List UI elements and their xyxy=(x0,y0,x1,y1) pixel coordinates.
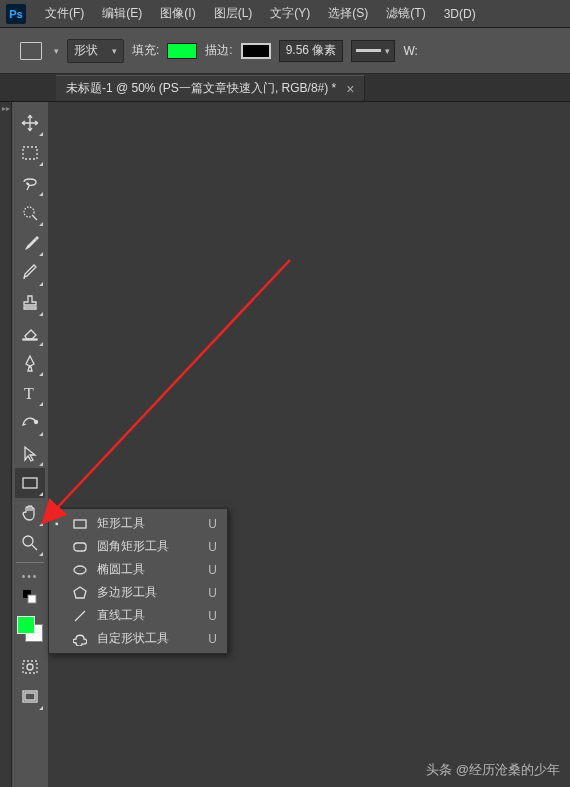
watermark-text: 头条 @经历沧桑的少年 xyxy=(426,761,560,779)
direct-select-tool[interactable] xyxy=(15,438,45,468)
shape-tool[interactable] xyxy=(15,468,45,498)
flyout-label: 多边形工具 xyxy=(97,584,200,601)
flyout-shortcut: U xyxy=(208,517,217,531)
screenmode-tool[interactable] xyxy=(15,682,45,712)
document-tab-bar: 未标题-1 @ 50% (PS一篇文章快速入门, RGB/8#) * × xyxy=(0,74,570,102)
collapse-icon: ▸▸ xyxy=(0,102,11,115)
close-icon[interactable]: × xyxy=(346,81,354,97)
dock-collapse-strip[interactable]: ▸▸ xyxy=(0,102,12,787)
width-label: W: xyxy=(403,44,417,58)
flyout-label: 椭圆工具 xyxy=(97,561,200,578)
flyout-polygon[interactable]: 多边形工具 U xyxy=(49,581,227,604)
more-tools-icon[interactable]: ••• xyxy=(22,571,39,582)
flyout-shortcut: U xyxy=(208,563,217,577)
stroke-swatch[interactable] xyxy=(241,43,271,59)
svg-rect-12 xyxy=(74,520,86,528)
svg-marker-15 xyxy=(74,587,86,598)
flyout-label: 矩形工具 xyxy=(97,515,200,532)
svg-rect-0 xyxy=(23,147,37,159)
chevron-down-icon[interactable]: ▾ xyxy=(54,46,59,56)
menu-3d[interactable]: 3D(D) xyxy=(435,7,485,21)
tool-panel: T ••• xyxy=(12,102,48,787)
tool-divider xyxy=(16,562,44,563)
menu-bar: Ps 文件(F) 编辑(E) 图像(I) 图层(L) 文字(Y) 选择(S) 滤… xyxy=(0,0,570,28)
menu-filter[interactable]: 滤镜(T) xyxy=(377,5,434,22)
svg-point-5 xyxy=(23,536,33,546)
eyedropper-tool[interactable] xyxy=(15,228,45,258)
document-tab[interactable]: 未标题-1 @ 50% (PS一篇文章快速入门, RGB/8#) * × xyxy=(56,75,365,101)
flyout-rounded-rectangle[interactable]: 圆角矩形工具 U xyxy=(49,535,227,558)
quick-select-tool[interactable] xyxy=(15,198,45,228)
tool-mode-dropdown[interactable]: 形状 ▾ xyxy=(67,39,124,63)
menu-type[interactable]: 文字(Y) xyxy=(261,5,319,22)
lasso-tool[interactable] xyxy=(15,168,45,198)
menu-select[interactable]: 选择(S) xyxy=(319,5,377,22)
shape-tool-flyout: ▪ 矩形工具 U 圆角矩形工具 U 椭圆工具 U 多边形工具 U 直线工具 U … xyxy=(48,508,228,654)
brush-tool[interactable] xyxy=(15,258,45,288)
type-tool[interactable]: T xyxy=(15,378,45,408)
app-logo: Ps xyxy=(6,4,26,24)
menu-file[interactable]: 文件(F) xyxy=(36,5,93,22)
flyout-custom-shape[interactable]: 自定形状工具 U xyxy=(49,627,227,650)
svg-rect-8 xyxy=(23,661,37,673)
flyout-shortcut: U xyxy=(208,540,217,554)
selected-mark-icon: ▪ xyxy=(55,518,63,529)
flyout-label: 直线工具 xyxy=(97,607,200,624)
polygon-icon xyxy=(71,586,89,600)
color-picker[interactable] xyxy=(15,614,45,644)
flyout-label: 自定形状工具 xyxy=(97,630,200,647)
menu-edit[interactable]: 编辑(E) xyxy=(93,5,151,22)
flyout-shortcut: U xyxy=(208,632,217,646)
svg-point-9 xyxy=(27,664,33,670)
hand-tool[interactable] xyxy=(15,498,45,528)
path-select-tool[interactable] xyxy=(15,408,45,438)
options-bar: ▾ 形状 ▾ 填充: 描边: 9.56 像素 ▾ W: xyxy=(0,28,570,74)
marquee-tool[interactable] xyxy=(15,138,45,168)
stroke-label: 描边: xyxy=(205,42,232,59)
rounded-rect-icon xyxy=(71,540,89,554)
custom-shape-icon xyxy=(71,632,89,646)
svg-rect-4 xyxy=(23,478,37,488)
svg-point-14 xyxy=(74,566,86,574)
stamp-tool[interactable] xyxy=(15,288,45,318)
ellipse-icon xyxy=(71,563,89,577)
tool-mode-label: 形状 xyxy=(74,42,98,59)
move-tool[interactable] xyxy=(15,108,45,138)
flyout-rectangle[interactable]: ▪ 矩形工具 U xyxy=(49,512,227,535)
fill-label: 填充: xyxy=(132,42,159,59)
foreground-color[interactable] xyxy=(17,616,35,634)
fill-swatch[interactable] xyxy=(167,43,197,59)
quickmask-tool[interactable] xyxy=(15,652,45,682)
zoom-tool[interactable] xyxy=(15,528,45,558)
line-icon xyxy=(71,609,89,623)
svg-point-1 xyxy=(24,207,34,217)
stroke-width-value: 9.56 像素 xyxy=(286,42,337,59)
chevron-down-icon: ▾ xyxy=(112,46,117,56)
pen-tool[interactable] xyxy=(15,348,45,378)
svg-point-3 xyxy=(35,421,38,424)
default-colors-icon[interactable] xyxy=(15,582,45,612)
flyout-shortcut: U xyxy=(208,609,217,623)
eraser-tool[interactable] xyxy=(15,318,45,348)
rectangle-icon xyxy=(71,517,89,531)
svg-rect-7 xyxy=(28,595,36,603)
svg-rect-13 xyxy=(74,543,86,551)
chevron-down-icon: ▾ xyxy=(385,46,390,56)
document-title: 未标题-1 @ 50% (PS一篇文章快速入门, RGB/8#) * xyxy=(66,80,336,97)
flyout-ellipse[interactable]: 椭圆工具 U xyxy=(49,558,227,581)
flyout-shortcut: U xyxy=(208,586,217,600)
workspace: ▸▸ xyxy=(0,102,570,787)
stroke-width-input[interactable]: 9.56 像素 xyxy=(279,40,344,62)
flyout-label: 圆角矩形工具 xyxy=(97,538,200,555)
menu-image[interactable]: 图像(I) xyxy=(151,5,204,22)
menu-layer[interactable]: 图层(L) xyxy=(205,5,262,22)
flyout-line[interactable]: 直线工具 U xyxy=(49,604,227,627)
svg-rect-11 xyxy=(25,693,35,700)
current-tool-icon[interactable] xyxy=(20,42,42,60)
canvas-area[interactable] xyxy=(48,102,570,787)
svg-text:T: T xyxy=(24,385,34,402)
stroke-style-dropdown[interactable]: ▾ xyxy=(351,40,395,62)
solid-line-icon xyxy=(356,49,381,52)
